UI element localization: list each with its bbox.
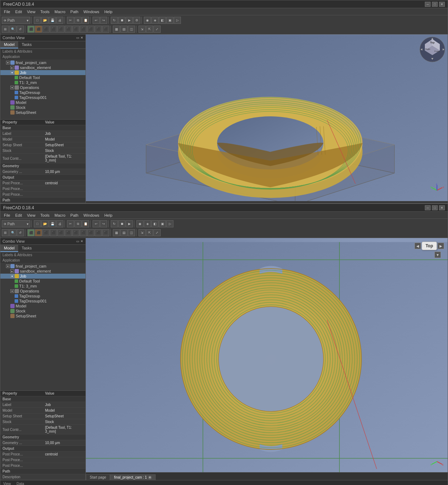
menu-help-bottom[interactable]: Help bbox=[102, 212, 115, 218]
status-view-bottom[interactable]: View bbox=[3, 482, 11, 485]
menu-windows-top[interactable]: Windows bbox=[81, 9, 101, 15]
btb-path2[interactable]: ⬛ bbox=[35, 229, 42, 236]
minimize-btn-bottom[interactable]: ─ bbox=[425, 205, 431, 210]
tb-cut[interactable]: ✂ bbox=[67, 17, 74, 24]
close-btn-top[interactable]: ✕ bbox=[439, 2, 445, 7]
tb-view4[interactable]: ▣ bbox=[166, 17, 173, 24]
btb-path7[interactable]: ⬛ bbox=[72, 229, 79, 236]
menu-edit-bottom[interactable]: Edit bbox=[13, 212, 24, 218]
vp-tab-start-bottom[interactable]: Start page bbox=[86, 474, 110, 480]
menu-tools-bottom[interactable]: Tools bbox=[38, 212, 52, 218]
tb-paste[interactable]: 📋 bbox=[82, 17, 89, 24]
top-view-button[interactable]: Top bbox=[422, 242, 437, 250]
expand-doc-top[interactable]: ▾ bbox=[6, 61, 10, 64]
expand-job-top[interactable]: ▾ bbox=[10, 71, 14, 74]
tb-path6[interactable]: ⬛ bbox=[65, 26, 72, 33]
tree-item-job-bottom[interactable]: ▾ Job bbox=[0, 274, 85, 279]
expand-ops-top[interactable]: ▾ bbox=[10, 86, 14, 89]
tree-item-defaulttool-top[interactable]: Default Tool bbox=[0, 75, 85, 80]
btb-path8[interactable]: ⬛ bbox=[80, 229, 87, 236]
tb-rotate[interactable]: ↺ bbox=[17, 26, 24, 33]
tb-path8[interactable]: ⬛ bbox=[80, 26, 87, 33]
btb-op3[interactable]: ◫ bbox=[128, 229, 135, 236]
tab-tasks-top[interactable]: Tasks bbox=[18, 41, 35, 48]
window-controls-bottom[interactable]: ─ □ ✕ bbox=[425, 205, 445, 210]
btb-op1[interactable]: ▦ bbox=[113, 229, 120, 236]
expand-job-bottom[interactable]: ▾ bbox=[10, 274, 14, 278]
tb-path1[interactable]: ⬛ bbox=[27, 26, 35, 33]
tree-item-model-top[interactable]: Model bbox=[0, 100, 85, 105]
tb-path9[interactable]: ⬛ bbox=[87, 26, 94, 33]
viewport-bottom[interactable]: ◀ Top ▶ ▼ X Y Start page fi bbox=[86, 238, 448, 480]
btb-print[interactable]: 🖨 bbox=[56, 220, 63, 227]
tb-path10[interactable]: ⬛ bbox=[95, 26, 102, 33]
btb-paste[interactable]: 📋 bbox=[82, 220, 89, 227]
tb-post3[interactable]: ⤢ bbox=[153, 26, 161, 33]
vp-tab-project-bottom[interactable]: final_project_cam : 1 ✕ bbox=[110, 474, 156, 480]
menu-edit-top[interactable]: Edit bbox=[13, 9, 24, 15]
btb-op2[interactable]: ▤ bbox=[120, 229, 127, 236]
btb-save[interactable]: 💾 bbox=[49, 220, 56, 227]
restore-btn-top[interactable]: □ bbox=[432, 2, 438, 7]
tree-item-stock-top[interactable]: Stock bbox=[0, 105, 85, 110]
btb-view3[interactable]: ◧ bbox=[151, 220, 158, 227]
btb-path11[interactable]: ⬛ bbox=[102, 229, 109, 236]
tab-tasks-bottom[interactable]: Tasks bbox=[18, 245, 35, 252]
tb-save[interactable]: 💾 bbox=[49, 17, 56, 24]
btb-path4[interactable]: ⬛ bbox=[50, 229, 57, 236]
btb-path9[interactable]: ⬛ bbox=[87, 229, 94, 236]
tb-path5[interactable]: ⬛ bbox=[57, 26, 64, 33]
btb-zoom-in[interactable]: 🔍 bbox=[9, 229, 16, 236]
tb-view2[interactable]: ◈ bbox=[151, 17, 158, 24]
menu-file-top[interactable]: File bbox=[2, 9, 12, 15]
tb-refresh[interactable]: ↻ bbox=[111, 17, 118, 24]
tree-item-sandbox-bottom[interactable]: ▸ sandbox_element bbox=[0, 269, 85, 274]
tab-model-bottom[interactable]: Model bbox=[0, 245, 18, 252]
expand-doc-bottom[interactable]: ▾ bbox=[6, 264, 10, 268]
panel-header-controls-top[interactable]: ▭ ✕ bbox=[76, 36, 83, 39]
panel-header-controls-bottom[interactable]: ▭ ✕ bbox=[76, 239, 83, 243]
expand-sandbox-bottom[interactable]: ▸ bbox=[10, 269, 14, 273]
tb-path7[interactable]: ⬛ bbox=[72, 26, 79, 33]
btb-post1[interactable]: ⇲ bbox=[139, 229, 146, 236]
tree-item-tag2-bottom[interactable]: TagDressup001 bbox=[0, 299, 85, 304]
tb-path11[interactable]: ⬛ bbox=[102, 26, 109, 33]
menu-windows-bottom[interactable]: Windows bbox=[81, 212, 101, 218]
tree-item-model-bottom[interactable]: Model bbox=[0, 304, 85, 309]
tb-stop[interactable]: ⏹ bbox=[118, 17, 125, 24]
nav-down-arrow-bottom[interactable]: ▼ bbox=[434, 252, 441, 258]
restore-btn-bottom[interactable]: □ bbox=[432, 205, 438, 210]
tb-print[interactable]: 🖨 bbox=[56, 17, 63, 24]
tree-item-t1-bottom[interactable]: T1: 3_mm bbox=[0, 284, 85, 289]
tree-item-defaulttool-bottom[interactable]: Default Tool bbox=[0, 279, 85, 284]
tb-run[interactable]: ▶ bbox=[126, 17, 133, 24]
workbench-dropdown-bottom[interactable]: ✈ Path ▾ bbox=[2, 220, 30, 227]
menu-path-top[interactable]: Path bbox=[68, 9, 81, 15]
menu-view-top[interactable]: View bbox=[25, 9, 38, 15]
btb-path5[interactable]: ⬛ bbox=[57, 229, 64, 236]
tree-item-tag2-top[interactable]: TagDressup001 bbox=[0, 95, 85, 100]
tb-path2[interactable]: ⬛ bbox=[35, 26, 42, 33]
tb-view1[interactable]: ◉ bbox=[144, 17, 151, 24]
btb-post3[interactable]: ⤢ bbox=[153, 229, 161, 236]
tree-item-sandbox-top[interactable]: ▸ sandbox_element bbox=[0, 65, 85, 70]
btb-post2[interactable]: ⇱ bbox=[146, 229, 153, 236]
tree-item-setup-top[interactable]: SetupSheet bbox=[0, 110, 85, 115]
minimize-btn-top[interactable]: ─ bbox=[425, 2, 431, 7]
btb-run[interactable]: ▶ bbox=[126, 220, 133, 227]
tree-item-ops-bottom[interactable]: ▾ Operations bbox=[0, 289, 85, 294]
close-btn-bottom[interactable]: ✕ bbox=[439, 205, 445, 210]
tb-path4[interactable]: ⬛ bbox=[50, 26, 57, 33]
btb-play[interactable]: ▷ bbox=[166, 220, 173, 227]
btb-refresh[interactable]: ↻ bbox=[111, 220, 118, 227]
expand-sandbox-top[interactable]: ▸ bbox=[10, 66, 14, 69]
btb-new[interactable]: □ bbox=[34, 220, 41, 227]
tree-item-job-top[interactable]: ▾ Job bbox=[0, 70, 85, 75]
nav-cube-top[interactable]: Top Front Right bbox=[419, 36, 446, 63]
tab-model-top[interactable]: Model bbox=[0, 41, 18, 48]
btb-path3[interactable]: ⬛ bbox=[42, 229, 50, 236]
btb-view4[interactable]: ▣ bbox=[159, 220, 166, 227]
tree-item-tag1-bottom[interactable]: TagDressup bbox=[0, 294, 85, 299]
workbench-dropdown-top[interactable]: ✈ Path ▾ bbox=[2, 17, 30, 24]
tb-post2[interactable]: ⇱ bbox=[146, 26, 153, 33]
